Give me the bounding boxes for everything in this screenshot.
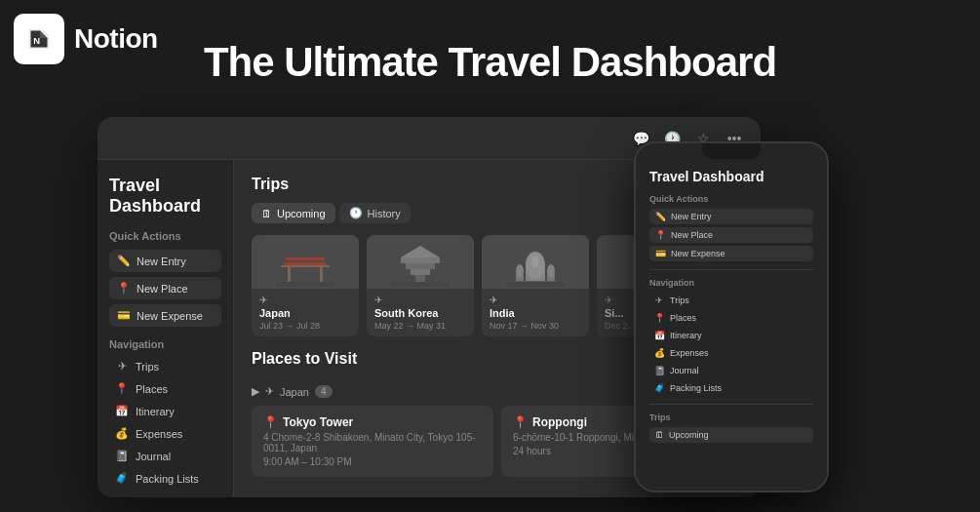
mobile-nav-itinerary[interactable]: 📅 Itinerary [649, 328, 813, 343]
mobile-new-expense-btn[interactable]: 💳 New Expense [649, 246, 813, 261]
filter-country-label: Japan [280, 386, 309, 398]
new-expense-button[interactable]: 💳 New Expense [109, 304, 221, 327]
mobile-nav-places[interactable]: 📍 Places [649, 310, 813, 326]
sidebar-journal-label: Journal [136, 451, 171, 462]
mobile-dashboard-title: Travel Dashboard [649, 169, 813, 184]
india-card-body: ✈ India Nov 17 → Nov 30 [482, 289, 589, 336]
svg-point-16 [531, 256, 539, 267]
mobile-overlay: Travel Dashboard Quick Actions ✏️ New En… [634, 141, 829, 492]
new-entry-button[interactable]: ✏️ New Entry [109, 250, 221, 272]
mobile-trips-label: Trips [670, 295, 689, 305]
new-expense-label: New Expense [137, 310, 203, 322]
place-card-tokyo-tower[interactable]: 📍 Tokyo Tower 4 Chome-2-8 Shibakoen, Min… [252, 406, 493, 477]
sidebar-item-packing[interactable]: 🧳 Packing Lists [109, 468, 221, 489]
mobile-expenses-label: Expenses [670, 348, 709, 358]
trip-card-japan[interactable]: ✈ Japan Jul 23 → Jul 28 [252, 235, 359, 336]
mobile-divider-1 [649, 269, 813, 270]
new-place-button[interactable]: 📍 New Place [109, 277, 221, 299]
mobile-content: Travel Dashboard Quick Actions ✏️ New En… [636, 159, 827, 492]
mobile-nav-expenses[interactable]: 💰 Expenses [649, 345, 813, 361]
sidebar-trips-label: Trips [136, 361, 159, 373]
svg-point-20 [547, 264, 555, 278]
mobile-places-label: Places [670, 313, 696, 323]
upcoming-icon: 🗓 [261, 208, 272, 219]
tab-upcoming[interactable]: 🗓 Upcoming [252, 203, 335, 223]
india-flag-icon: ✈ [490, 295, 581, 305]
mobile-new-place-label: New Place [671, 230, 713, 240]
mobile-nav-label: Navigation [649, 278, 813, 288]
korea-trip-date: May 22 → May 31 [374, 321, 466, 331]
mobile-journal-icon: 📓 [653, 366, 665, 375]
india-trip-name: India [490, 307, 581, 319]
quick-actions-label: Quick Actions [109, 230, 221, 242]
sidebar-item-journal[interactable]: 📓 Journal [109, 446, 221, 466]
mobile-new-entry-btn[interactable]: ✏️ New Entry [649, 209, 813, 224]
mobile-divider-2 [649, 404, 813, 405]
filter-count-badge: 4 [315, 385, 333, 398]
mobile-trips-section-label: Trips [649, 413, 813, 422]
mobile-nav-trips[interactable]: ✈ Trips [649, 293, 813, 308]
nav-label: Navigation [109, 338, 221, 350]
mobile-journal-label: Journal [670, 366, 699, 375]
mobile-card-icon: 💳 [655, 249, 666, 258]
svg-rect-5 [286, 257, 325, 260]
trip-card-india[interactable]: ✈ India Nov 17 → Nov 30 [482, 235, 589, 336]
india-trip-date: Nov 17 → Nov 30 [490, 321, 581, 331]
mobile-cal-icon: 🗓 [655, 430, 664, 440]
tab-history[interactable]: 🕐 History [339, 203, 411, 223]
svg-rect-7 [276, 282, 334, 287]
location-pin-icon-2: 📍 [513, 415, 528, 429]
korea-image [367, 235, 474, 289]
tab-history-label: History [368, 208, 401, 219]
filter-plane-icon: ✈ [265, 385, 274, 398]
mobile-new-entry-label: New Entry [671, 212, 712, 221]
india-image [482, 235, 589, 289]
new-entry-label: New Entry [137, 256, 186, 267]
korea-card-body: ✈ South Korea May 22 → May 31 [367, 289, 474, 336]
money-icon: 💰 [115, 427, 129, 440]
mobile-packing-label: Packing Lists [670, 383, 722, 393]
map-pin-icon: 📍 [115, 382, 129, 395]
sidebar-title: Travel Dashboard [109, 176, 221, 217]
new-place-label: New Place [137, 283, 188, 295]
mobile-upcoming-tab[interactable]: 🗓 Upcoming [649, 427, 813, 443]
mobile-plane-icon: ✈ [653, 295, 665, 305]
sidebar-itinerary-label: Itinerary [136, 406, 175, 417]
mobile-mappin-icon: 📍 [653, 313, 665, 323]
page-title: The Ultimate Travel Dashboard [0, 39, 980, 86]
mobile-new-place-btn[interactable]: 📍 New Place [649, 227, 813, 243]
sidebar-item-places[interactable]: 📍 Places [109, 378, 221, 399]
japan-flag-icon: ✈ [259, 295, 351, 305]
mobile-luggage-icon: 🧳 [653, 383, 665, 393]
sidebar-item-itinerary[interactable]: 📅 Itinerary [109, 401, 221, 421]
svg-rect-10 [406, 263, 435, 269]
sidebar: Travel Dashboard Quick Actions ✏️ New En… [98, 160, 234, 497]
calendar-icon: 📅 [115, 405, 129, 417]
korea-trip-name: South Korea [374, 307, 466, 319]
mobile-notch [702, 143, 761, 159]
mobile-money-icon: 💰 [653, 348, 665, 358]
svg-rect-11 [401, 257, 440, 263]
luggage-icon: 🧳 [115, 472, 129, 485]
sidebar-item-expenses[interactable]: 💰 Expenses [109, 423, 221, 444]
mobile-nav-journal[interactable]: 📓 Journal [649, 363, 813, 378]
mobile-itinerary-label: Itinerary [670, 331, 702, 340]
places-section-title: Places to Visit [252, 350, 357, 368]
mobile-calendar-icon: 📅 [653, 331, 665, 340]
svg-rect-22 [506, 282, 565, 287]
place-time-tokyo: 9:00 AM – 10:30 PM [263, 456, 482, 467]
sidebar-packing-label: Packing Lists [136, 473, 199, 485]
sidebar-item-trips[interactable]: ✈ Trips [109, 356, 221, 376]
location-pin-icon: 📍 [263, 415, 278, 429]
place-addr-tokyo: 4 Chome-2-8 Shibakoen, Minato City, Toky… [263, 432, 482, 453]
japan-image [252, 235, 359, 289]
trip-card-korea[interactable]: ✈ South Korea May 22 → May 31 [367, 235, 474, 336]
japan-trip-name: Japan [259, 307, 351, 319]
japan-trip-date: Jul 23 → Jul 28 [259, 321, 351, 331]
place-name-tokyo: 📍 Tokyo Tower [263, 415, 482, 429]
mobile-nav-packing[interactable]: 🧳 Packing Lists [649, 380, 813, 396]
mobile-quick-actions-label: Quick Actions [649, 194, 813, 204]
svg-rect-9 [411, 269, 430, 275]
notebook-icon: 📓 [115, 450, 129, 462]
japan-card-body: ✈ Japan Jul 23 → Jul 28 [252, 289, 359, 336]
